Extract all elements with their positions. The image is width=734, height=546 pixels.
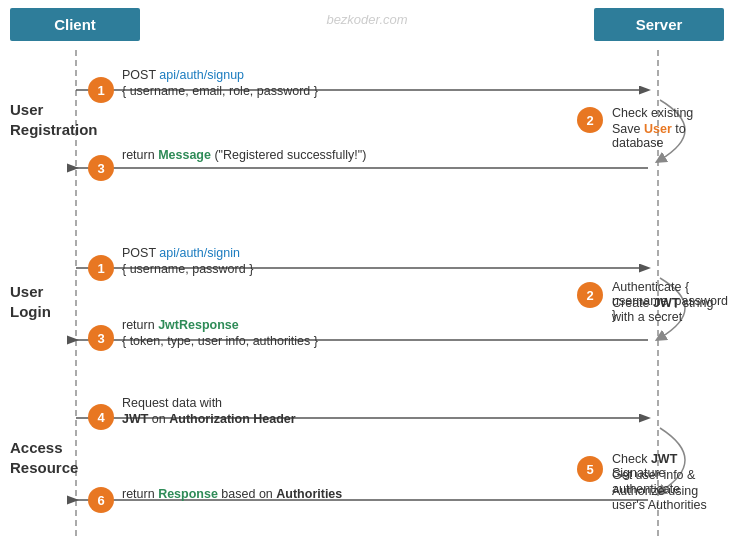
step-circle-2-check: 2 xyxy=(577,107,603,133)
server-header: Server xyxy=(594,8,724,41)
section-user-registration: UserRegistration xyxy=(10,100,98,139)
step-circle-4-request: 4 xyxy=(88,404,114,430)
watermark: bezkoder.com xyxy=(326,12,407,27)
msg-1-signup-line1: POST api/auth/signup xyxy=(122,68,244,82)
msg-3-return-line1: return Message ("Registered successfully… xyxy=(122,148,366,162)
msg-3-jwtresponse-line1: return JwtResponse xyxy=(122,318,239,332)
diagram-container: bezkoder.com Client Server xyxy=(0,0,734,546)
client-header: Client xyxy=(10,8,140,41)
step-circle-2-authenticate: 2 xyxy=(577,282,603,308)
msg-1-signin-line2: { username, password } xyxy=(122,262,253,276)
step-circle-3-return: 3 xyxy=(88,155,114,181)
msg-6-response-line1: return Response based on Authorities xyxy=(122,487,342,501)
step-circle-6-response: 6 xyxy=(88,487,114,513)
msg-3-jwtresponse-line2: { token, type, user info, authorities } xyxy=(122,334,318,348)
step-circle-1-signin: 1 xyxy=(88,255,114,281)
section-access-resource: AccessResource xyxy=(10,438,78,477)
msg-4-request-line1: Request data with xyxy=(122,396,222,410)
step-circle-3-jwtresponse: 3 xyxy=(88,325,114,351)
msg-2-check-line2: Save User to database xyxy=(612,122,734,150)
step-circle-5-checkjwt: 5 xyxy=(577,456,603,482)
msg-5-checkjwt-line3: Authorize using user's Authorities xyxy=(612,484,734,512)
msg-4-request-line2: JWT on Authorization Header xyxy=(122,412,296,426)
step-circle-1-signup: 1 xyxy=(88,77,114,103)
section-user-login: UserLogin xyxy=(10,282,51,321)
msg-2-check-line1: Check existing xyxy=(612,106,693,120)
msg-1-signin-line1: POST api/auth/signin xyxy=(122,246,240,260)
msg-1-signup-line2: { username, email, role, password } xyxy=(122,84,318,98)
msg-2-authenticate-line2: Create JWT string with a secret xyxy=(612,296,734,324)
